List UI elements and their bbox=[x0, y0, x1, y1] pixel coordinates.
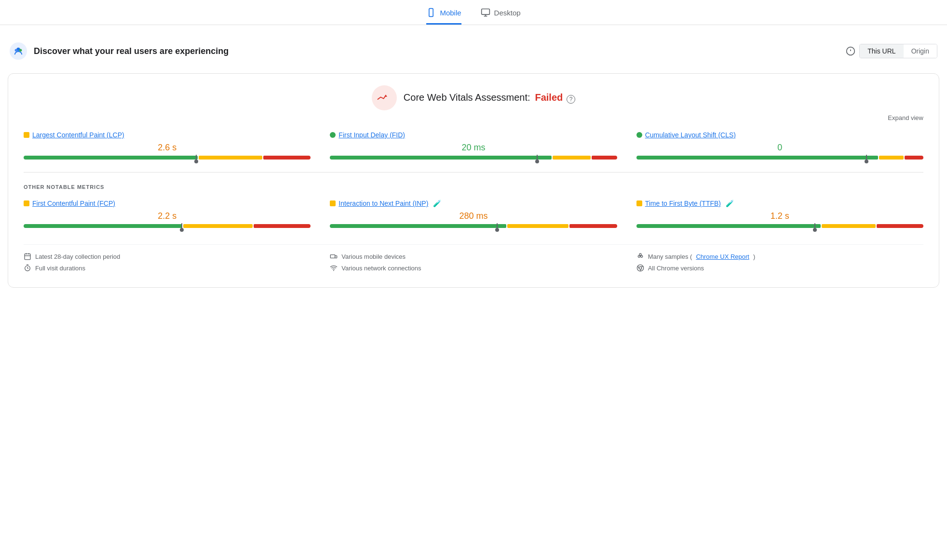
metric-value-fcp: 2.2 s bbox=[24, 211, 311, 221]
metric-dot-green bbox=[330, 132, 336, 138]
metric-bar-container bbox=[24, 224, 311, 229]
metric-bar-container bbox=[24, 156, 311, 160]
bar-green bbox=[636, 224, 821, 228]
svg-rect-12 bbox=[25, 254, 30, 260]
bar-marker bbox=[866, 155, 867, 160]
tab-bar: Mobile Desktop bbox=[0, 0, 947, 25]
footer-item-network: Various network connections bbox=[330, 264, 617, 272]
bar-red bbox=[254, 224, 311, 228]
tab-desktop-label: Desktop bbox=[494, 9, 521, 17]
metric-label-lcp: Largest Contentful Paint (LCP) bbox=[24, 131, 311, 139]
metric-value-ttfb: 1.2 s bbox=[636, 211, 923, 221]
flask-icon: 🧪 bbox=[433, 200, 441, 207]
footer-item-collection: Latest 28-day collection period bbox=[24, 253, 311, 260]
metric-bar bbox=[24, 156, 311, 160]
bar-marker bbox=[196, 155, 197, 160]
metric-dot-green bbox=[636, 132, 642, 138]
metric-bar bbox=[330, 156, 617, 160]
metric-name-fcp[interactable]: First Contentful Paint (FCP) bbox=[32, 200, 115, 207]
main-card: Core Web Vitals Assessment: Failed ? Exp… bbox=[8, 73, 939, 288]
samples-icon bbox=[636, 253, 644, 260]
core-metrics-grid: Largest Contentful Paint (LCP) 2.6 s Fir… bbox=[24, 131, 923, 160]
bar-orange bbox=[553, 156, 591, 160]
bar-orange bbox=[507, 224, 568, 228]
metric-name-inp[interactable]: Interaction to Next Paint (INP) bbox=[338, 200, 428, 207]
footer-text-devices: Various mobile devices bbox=[341, 253, 406, 260]
devices-icon bbox=[330, 253, 338, 260]
assessment-title: Core Web Vitals Assessment: Failed ? bbox=[404, 92, 575, 103]
metric-bar bbox=[636, 156, 923, 160]
svg-point-6 bbox=[19, 49, 22, 52]
footer-text-samples: Many samples ( bbox=[648, 253, 692, 260]
metric-dot-orange bbox=[330, 200, 336, 206]
metric-label-fid: First Input Delay (FID) bbox=[330, 131, 617, 139]
metric-bar bbox=[24, 224, 311, 228]
chrome-icon bbox=[636, 264, 644, 272]
bar-marker bbox=[537, 155, 538, 160]
metric-name-ttfb[interactable]: Time to First Byte (TTFB) bbox=[645, 200, 721, 207]
metric-bar-container bbox=[636, 224, 923, 229]
footer-text-collection: Latest 28-day collection period bbox=[35, 253, 120, 260]
bar-orange bbox=[199, 156, 262, 160]
tab-mobile-label: Mobile bbox=[440, 9, 461, 17]
origin-button[interactable]: Origin bbox=[904, 44, 937, 58]
metric-dot-orange bbox=[24, 132, 29, 138]
footer-item-chrome: All Chrome versions bbox=[636, 264, 923, 272]
metric-name-cls[interactable]: Cumulative Layout Shift (CLS) bbox=[645, 131, 736, 139]
timer-icon bbox=[24, 264, 31, 272]
metric-value-lcp: 2.6 s bbox=[24, 143, 311, 153]
bar-green bbox=[330, 156, 552, 160]
wifi-icon bbox=[330, 264, 338, 272]
bar-red bbox=[569, 224, 617, 228]
metric-value-fid: 20 ms bbox=[330, 143, 617, 153]
tab-mobile[interactable]: Mobile bbox=[426, 8, 461, 25]
footer-item-devices: Various mobile devices bbox=[330, 253, 617, 260]
assessment-header: Core Web Vitals Assessment: Failed ? bbox=[24, 85, 923, 110]
metric-label-ttfb: Time to First Byte (TTFB) 🧪 bbox=[636, 200, 923, 207]
bar-orange bbox=[183, 224, 253, 228]
chrome-ux-report-link[interactable]: Chrome UX Report bbox=[696, 253, 749, 260]
metric-item-ttfb: Time to First Byte (TTFB) 🧪 1.2 s bbox=[636, 200, 923, 229]
metric-name-lcp[interactable]: Largest Contentful Paint (LCP) bbox=[32, 131, 124, 139]
svg-point-20 bbox=[639, 253, 641, 255]
bar-marker bbox=[814, 223, 815, 229]
assessment-icon bbox=[372, 85, 397, 110]
bar-red bbox=[592, 156, 617, 160]
bar-orange bbox=[879, 156, 904, 160]
bar-orange bbox=[822, 224, 875, 228]
mobile-icon bbox=[426, 8, 436, 17]
svg-point-7 bbox=[15, 49, 18, 52]
info-icon[interactable] bbox=[846, 46, 855, 56]
footer-text-network: Various network connections bbox=[341, 265, 421, 272]
svg-rect-2 bbox=[481, 9, 489, 15]
avatar bbox=[10, 42, 27, 60]
notable-metrics-label: OTHER NOTABLE METRICS bbox=[24, 184, 923, 190]
bar-green bbox=[636, 156, 878, 160]
svg-marker-11 bbox=[384, 94, 387, 97]
footer-item-samples: Many samples (Chrome UX Report) bbox=[636, 253, 923, 260]
bar-red bbox=[877, 224, 923, 228]
footer-text-chrome: All Chrome versions bbox=[648, 265, 704, 272]
info-footer: Latest 28-day collection period Various … bbox=[24, 244, 923, 272]
metric-label-fcp: First Contentful Paint (FCP) bbox=[24, 200, 311, 207]
bar-green bbox=[24, 156, 198, 160]
footer-text-duration: Full visit durations bbox=[35, 265, 85, 272]
section-divider bbox=[24, 172, 923, 173]
flask-icon: 🧪 bbox=[726, 200, 734, 207]
calendar-icon bbox=[24, 253, 31, 260]
assessment-status: Failed bbox=[535, 92, 563, 103]
tab-desktop[interactable]: Desktop bbox=[481, 8, 521, 25]
url-toggle-group: This URL Origin bbox=[846, 44, 937, 58]
metric-item-fcp: First Contentful Paint (FCP) 2.2 s bbox=[24, 200, 311, 229]
expand-link[interactable]: Expand view bbox=[888, 114, 923, 121]
metric-value-cls: 0 bbox=[636, 143, 923, 153]
metric-name-fid[interactable]: First Input Delay (FID) bbox=[338, 131, 405, 139]
svg-rect-16 bbox=[331, 255, 335, 258]
assessment-help-icon[interactable]: ? bbox=[567, 95, 575, 104]
this-url-button[interactable]: This URL bbox=[860, 44, 903, 58]
bar-green bbox=[330, 224, 506, 228]
svg-rect-17 bbox=[335, 256, 337, 258]
header-title: Discover what your real users are experi… bbox=[34, 46, 846, 56]
header-row: Discover what your real users are experi… bbox=[0, 37, 947, 66]
bar-red bbox=[905, 156, 923, 160]
